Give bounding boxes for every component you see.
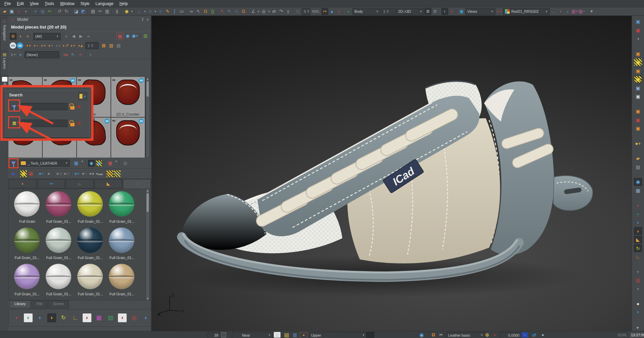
brackets-icon[interactable]: []: [209, 8, 216, 15]
copy-pages-icon[interactable]: ▤: [634, 163, 642, 171]
bold-pieces-icon[interactable]: B: [100, 42, 107, 49]
scrollbar-thumb[interactable]: [146, 193, 149, 212]
folder-camera-icon[interactable]: ▰: [634, 155, 642, 162]
barcode-icon[interactable]: ▥: [274, 332, 281, 338]
columns-add-icon[interactable]: ▥+: [571, 8, 578, 15]
chevron-down-icon[interactable]: ▼: [257, 10, 260, 13]
swatch-frame-icon[interactable]: ▪: [300, 332, 307, 338]
piece-thumbnail[interactable]: ∞3D: [111, 118, 145, 158]
preview-sphere-icon[interactable]: ◉: [88, 160, 95, 167]
lock-a-icon[interactable]: Ω: [202, 8, 209, 15]
window-lock-icon[interactable]: ▣: [634, 108, 642, 115]
marker-set-icon[interactable]: ∨: [17, 51, 24, 58]
views-select[interactable]: Views ▼: [465, 8, 496, 15]
shoe-add-icon[interactable]: ◗+: [496, 8, 503, 15]
piece-ghost-icon[interactable]: ◗: [25, 33, 31, 40]
move-tool-icon[interactable]: ⇄: [271, 8, 277, 15]
close-icon[interactable]: ×: [146, 17, 149, 22]
scroll-up-icon[interactable]: ▲: [146, 78, 149, 80]
sphere-pair-icon[interactable]: ●●: [88, 170, 95, 177]
sole-tool-icon[interactable]: ◖: [118, 313, 127, 322]
refresh-icon[interactable]: ⇄: [531, 332, 538, 338]
eu-region-icon[interactable]: ○: [521, 332, 528, 338]
select-arrow-red-icon[interactable]: ↖: [219, 8, 226, 15]
chevron-down-icon[interactable]: ▼: [154, 10, 157, 13]
circle-arrow-icon[interactable]: ↻: [634, 244, 642, 252]
exit-search-button[interactable]: ◄: [78, 92, 87, 100]
select-plusminus-icon[interactable]: ↖±: [114, 170, 121, 177]
menu-help[interactable]: Help: [117, 1, 131, 7]
piece-disabled-icon[interactable]: ◗×: [55, 42, 61, 49]
sidebar-tab-navigator[interactable]: ◗ Navigator: [0, 18, 9, 51]
spinner-arrows-icon[interactable]: ▲▼: [307, 10, 309, 13]
swatch-grid-icon[interactable]: ▦: [107, 160, 114, 167]
lock-b-icon[interactable]: Ω: [240, 8, 247, 15]
pieces-filter-select[interactable]: (All) ▼: [33, 33, 61, 40]
paste-icon[interactable]: ▥: [104, 8, 111, 15]
material-swatch[interactable]: Full Grain_01...: [77, 227, 103, 264]
sphere-upload2-icon[interactable]: ●∩: [63, 170, 70, 177]
chevron-down-icon[interactable]: ▼: [115, 160, 118, 167]
piece-flat-icon[interactable]: ◗: [47, 313, 56, 322]
chevron-down-icon[interactable]: ▼: [268, 10, 270, 13]
snap-pointer-icon[interactable]: ↦: [321, 8, 328, 15]
tab-markers[interactable]: ×▪: [37, 179, 65, 188]
nav-last-icon[interactable]: »: [85, 33, 92, 40]
node-select-icon[interactable]: ↖: [195, 8, 202, 15]
search-material-icon[interactable]: ◎: [122, 160, 129, 167]
colorway-select[interactable]: Red21_RRSS02 ▼: [503, 8, 550, 15]
bubble-add-icon[interactable]: ●+: [634, 140, 642, 147]
windows-new-icon[interactable]: ▣: [634, 18, 642, 25]
save-icon[interactable]: ▣: [8, 8, 15, 15]
piece-remove-alt-icon[interactable]: ◗−: [47, 42, 54, 49]
material-swatch[interactable]: Full Grain_01...: [109, 191, 135, 227]
frame-number-field[interactable]: 39: [208, 332, 220, 338]
nav-next-icon[interactable]: ▶: [78, 33, 84, 40]
toggle-2d-button[interactable]: 2D: [10, 42, 16, 49]
marker-select-field[interactable]: (None): [25, 51, 59, 58]
eraser-plus-icon[interactable]: ◩: [80, 8, 87, 15]
material-swatch[interactable]: Full Grain_01...: [109, 227, 135, 264]
shoes-stack-icon[interactable]: ▤: [634, 277, 642, 284]
cut-icon[interactable]: ✂: [97, 8, 103, 15]
unlink-icon[interactable]: ∞: [188, 8, 195, 15]
last-green-icon[interactable]: ◗: [634, 210, 642, 217]
cone-icon[interactable]: ▲: [329, 8, 335, 15]
sphere-drop-icon[interactable]: ●: [540, 332, 546, 338]
piece-add-icon[interactable]: ◗+: [25, 42, 32, 49]
style-line-icon[interactable]: §: [114, 8, 120, 15]
nav-first-icon[interactable]: «: [63, 33, 70, 40]
sphere-remove-icon[interactable]: ●−: [81, 170, 88, 177]
axis-tool-icon[interactable]: ∠: [250, 8, 257, 15]
zoom-icon[interactable]: ◎: [39, 8, 46, 15]
piece-orange-icon[interactable]: ◗: [634, 227, 642, 235]
material-swatch[interactable]: [77, 300, 103, 300]
material-swatch[interactable]: Full Grain: [14, 191, 40, 227]
shoe-sync-icon[interactable]: ◗: [491, 332, 498, 338]
arrow-up-icon[interactable]: ↑: [557, 8, 564, 15]
apply-hazard-icon[interactable]: ▦: [20, 170, 27, 177]
material-swatch[interactable]: Full Grain_01...: [77, 191, 103, 227]
page-copy-icon[interactable]: ▤: [108, 42, 115, 49]
corner-tool-icon[interactable]: ∟: [136, 8, 143, 15]
open-folder-icon[interactable]: ▰: [1, 8, 8, 15]
layers-piece-icon[interactable]: ≣: [425, 8, 431, 15]
select-arrow-icon[interactable]: ↖: [226, 8, 233, 15]
body-last-icon[interactable]: ◗: [345, 8, 352, 15]
lock-export-icon[interactable]: ▤: [142, 33, 149, 39]
piece-add-alt-icon[interactable]: ◗+: [40, 42, 47, 49]
chevron-down-icon[interactable]: ▼: [144, 10, 146, 13]
piece-copy-icon[interactable]: ◗+: [70, 42, 76, 49]
marker-add-icon[interactable]: ∨+: [10, 51, 16, 58]
adjust-icon[interactable]: ✂: [46, 8, 53, 15]
copy-icon[interactable]: ▤: [90, 8, 96, 15]
menu-file[interactable]: File: [1, 1, 14, 7]
pieces-stack-icon[interactable]: ≣: [10, 33, 16, 40]
bulb-icon[interactable]: ●: [634, 300, 642, 307]
spinner-arrows-icon[interactable]: ▲▼: [91, 44, 93, 47]
piece-offset-spinner[interactable]: 2 ▲▼: [85, 42, 99, 49]
clear-search-icon[interactable]: ×: [77, 104, 81, 110]
menu-edit[interactable]: Edit: [14, 1, 27, 7]
material-folder-select[interactable]: _ Tech_LEATHER ▼: [19, 160, 70, 167]
marker-clear-icon[interactable]: ×: [77, 51, 84, 58]
